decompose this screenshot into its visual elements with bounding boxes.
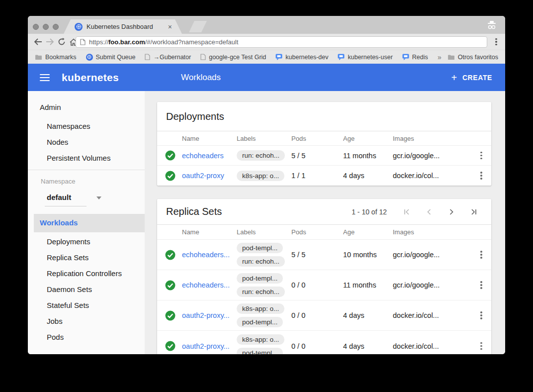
table-row: oauth2-proxy... k8s-app: o... pod-templ.… [157, 300, 491, 331]
kubernetes-dashboard-page: kubernetes Workloads + CREATE Admin Name… [28, 64, 505, 354]
table-row: echoheaders... pod-templ... run: echoh..… [157, 240, 491, 270]
sidebar-item-daemon-sets[interactable]: Daemon Sets [47, 285, 92, 294]
sidebar-item-workloads[interactable]: Workloads [40, 218, 78, 227]
sidebar-item-stateful-sets[interactable]: Stateful Sets [47, 301, 89, 309]
replica-sets-card-header: Replica Sets 1 - 10 of 12 [157, 199, 491, 225]
sidebar-item-replica-sets[interactable]: Replica Sets [47, 253, 89, 262]
sidebar-item-jobs[interactable]: Jobs [47, 317, 63, 325]
col-name: Name [182, 135, 237, 142]
zoom-window-button[interactable] [53, 24, 59, 30]
images-cell: gcr.io/google... [393, 152, 471, 160]
col-images: Images [393, 135, 471, 142]
resource-link[interactable]: oauth2-proxy... [182, 311, 237, 319]
age-cell: 4 days [343, 311, 393, 319]
browser-menu-button[interactable] [491, 37, 501, 47]
col-pods: Pods [291, 135, 343, 142]
col-pods: Pods [291, 228, 343, 236]
minimize-window-button[interactable] [43, 24, 49, 30]
address-bar[interactable]: https://foo.bar.com/#/workload?namespace… [76, 36, 487, 48]
status-ok-icon [165, 150, 176, 161]
col-images: Images [393, 228, 471, 236]
folder-icon [35, 54, 42, 60]
bookmark-otros-favoritos[interactable]: Otros favoritos [447, 54, 498, 61]
resource-link[interactable]: oauth2-proxy... [182, 342, 237, 350]
sidebar-item-pods[interactable]: Pods [47, 333, 64, 341]
deployments-card-header: Deployments [157, 102, 491, 131]
row-menu-kebab-icon[interactable] [480, 311, 482, 319]
deployments-card: Deployments Name Labels Pods Age Images … [157, 102, 491, 186]
reload-button[interactable] [56, 36, 68, 48]
sidebar-item-nodes[interactable]: Nodes [47, 138, 68, 146]
status-ok-icon [165, 341, 176, 351]
table-row: echoheaders... pod-templ... run: echoh..… [157, 270, 491, 300]
kubernetes-icon [86, 54, 93, 61]
row-menu-kebab-icon[interactable] [480, 172, 482, 180]
create-button[interactable]: + CREATE [451, 73, 492, 83]
url-path: /#/workload?namespace=default [145, 38, 239, 46]
resource-link[interactable]: oauth2-proxy [182, 172, 237, 180]
bookmark-kubernetes-dev[interactable]: kubernetes-dev [275, 54, 328, 61]
label-chip: run: echoh... [237, 256, 285, 267]
browser-tab[interactable]: Kubernetes Dashboard × [64, 19, 182, 34]
forward-button[interactable] [44, 36, 56, 48]
bookmarks-overflow-chevron[interactable]: » [438, 53, 442, 61]
back-button[interactable] [32, 36, 44, 48]
resource-link[interactable]: echoheaders... [182, 251, 237, 259]
pods-cell: 0 / 0 [291, 281, 343, 289]
resource-link[interactable]: echoheaders [182, 152, 237, 160]
pods-cell: 5 / 5 [291, 251, 343, 259]
folder-icon [447, 54, 455, 60]
label-chip: pod-templ... [237, 243, 283, 253]
last-page-icon[interactable] [470, 208, 478, 216]
menu-hamburger-icon[interactable] [40, 74, 50, 81]
row-menu-kebab-icon[interactable] [480, 281, 482, 289]
row-menu-kebab-icon[interactable] [480, 342, 482, 350]
browser-toolbar: https://foo.bar.com/#/workload?namespace… [28, 34, 505, 50]
browser-window: Kubernetes Dashboard × https://foo.bar.c… [28, 16, 505, 354]
bookmark-folder[interactable]: Bookmarks [35, 54, 77, 61]
images-cell: docker.io/col... [393, 311, 471, 319]
replica-sets-table-header: Name Labels Pods Age Images [157, 225, 491, 240]
window-controls [33, 24, 59, 30]
pods-cell: 5 / 5 [291, 152, 343, 160]
tab-close-icon[interactable]: × [168, 23, 172, 31]
kubernetes-favicon-icon [75, 23, 83, 31]
page-title: Workloads [181, 73, 221, 83]
bookmark-google-gce-test-grid[interactable]: google-gce Test Grid [200, 54, 266, 61]
col-age: Age [343, 135, 393, 142]
label-chip: pod-templ... [237, 273, 283, 284]
bookmark-gubernator[interactable]: →Gubernator [145, 54, 191, 61]
brand-logo: kubernetes [62, 72, 119, 84]
namespace-label: Namespace [41, 178, 75, 185]
page-icon [200, 54, 206, 60]
label-chip: k8s-app: o... [237, 171, 284, 181]
sidebar-item-persistent-volumes[interactable]: Persistent Volumes [47, 154, 110, 162]
sidebar-item-namespaces[interactable]: Namespaces [47, 122, 90, 130]
url-scheme: https:// [89, 38, 108, 46]
sidebar-item-admin[interactable]: Admin [40, 103, 61, 111]
bookmark-redis[interactable]: Redis [402, 54, 428, 61]
row-menu-kebab-icon[interactable] [480, 152, 482, 160]
status-ok-icon [165, 310, 176, 321]
sidebar-item-replication-controllers[interactable]: Replication Controllers [47, 269, 122, 278]
sidebar-item-deployments[interactable]: Deployments [47, 237, 90, 246]
namespace-select-underline [45, 206, 87, 206]
resource-link[interactable]: echoheaders... [182, 281, 237, 289]
first-page-icon[interactable] [403, 208, 411, 216]
table-row: oauth2-proxy k8s-app: o... 1 / 1 4 days … [157, 166, 491, 186]
pagination-controls: 1 - 10 of 12 [352, 208, 491, 216]
bookmark-submit-queue[interactable]: Submit Queue [86, 54, 136, 61]
new-tab-button[interactable] [189, 21, 207, 32]
previous-page-icon[interactable] [425, 208, 433, 216]
close-window-button[interactable] [33, 24, 39, 30]
age-cell: 4 days [343, 342, 393, 350]
row-menu-kebab-icon[interactable] [480, 251, 482, 259]
next-page-icon[interactable] [447, 208, 455, 216]
deployments-table-header: Name Labels Pods Age Images [157, 131, 491, 146]
tab-strip: Kubernetes Dashboard × [28, 16, 505, 34]
url-host: foo.bar.com [108, 38, 145, 46]
namespace-select[interactable]: default [47, 193, 86, 201]
age-cell: 10 months [343, 251, 393, 259]
images-cell: docker.io/col... [393, 342, 471, 350]
bookmark-kubernetes-user[interactable]: kubernetes-user [338, 54, 392, 61]
